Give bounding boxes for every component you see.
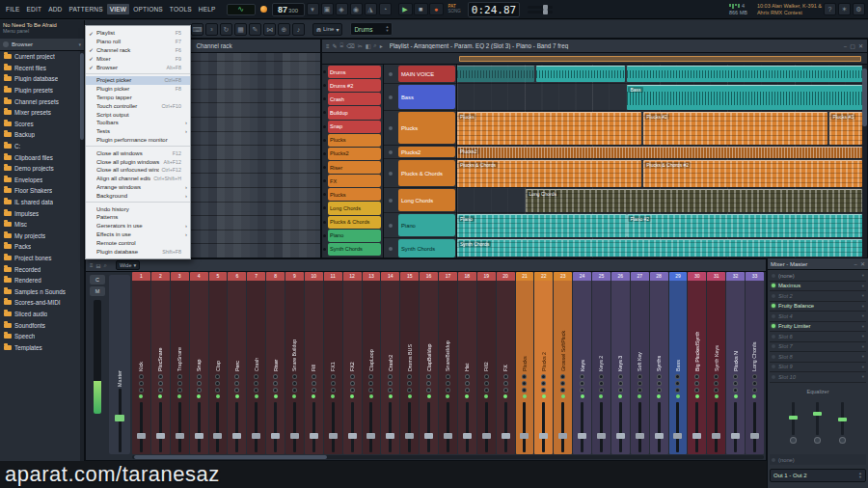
browser-folder-item[interactable]: Mixer presets — [0, 107, 80, 119]
mixer-strip-enable-led[interactable] — [676, 394, 680, 398]
playback-tool-icon[interactable]: ▸ — [380, 42, 383, 49]
export-icon[interactable]: ◈ — [336, 3, 348, 15]
minimize-icon[interactable]: − — [844, 43, 848, 49]
track-mute-icon[interactable] — [384, 65, 397, 83]
track-mute-icon[interactable] — [384, 238, 397, 258]
fx-slot-enable-led[interactable] — [772, 274, 775, 278]
playlist-clip[interactable]: Plucks2 — [457, 147, 862, 158]
fx-slot-dropdown-icon[interactable]: ▾ — [862, 365, 864, 369]
pattern-selector[interactable]: Drums ▲ ▼ — [350, 22, 393, 36]
overdub-icon[interactable]: ⊕ — [278, 23, 290, 36]
mixer-strip-enable-led[interactable] — [292, 394, 296, 398]
step-edit-icon[interactable]: ▦ — [234, 23, 247, 36]
fx-slot[interactable]: Slot 9 ▾ — [770, 363, 866, 373]
pattern-mute-led[interactable] — [323, 84, 326, 87]
fx-slot[interactable]: Fruity Balance ▾ — [770, 302, 866, 312]
track-header[interactable]: Bass — [384, 84, 456, 111]
fx-slot-enable-led[interactable] — [772, 365, 775, 368]
track-header[interactable]: Synth Chords — [384, 238, 456, 259]
playlist-clip[interactable]: Bass — [627, 85, 862, 110]
master-mixer-strip[interactable]: Master — [109, 275, 130, 454]
mixer-strip-enable-led[interactable] — [695, 394, 699, 398]
view-menu-item[interactable]: Script output — [86, 110, 190, 119]
mixer-strip-enable-led[interactable] — [177, 394, 181, 398]
mixer-strip[interactable]: 10 Fill — [305, 272, 323, 454]
browser-folder-item[interactable]: Packs — [0, 241, 80, 253]
view-menu-item[interactable]: ✓ Mixer F9 — [86, 54, 190, 63]
fx-slot-enable-led[interactable] — [772, 294, 775, 298]
pattern-mute-led[interactable] — [323, 234, 326, 237]
mixer-strip-fader[interactable] — [209, 400, 228, 454]
fx-slot-enable-led[interactable] — [772, 335, 775, 339]
view-menu-item[interactable]: Close all plugin windows Alt+F12 — [86, 157, 190, 166]
eq-band-slider[interactable] — [841, 402, 844, 435]
browser-folder-item[interactable]: Plugin database — [0, 73, 80, 85]
mixer-strip-fader[interactable] — [400, 400, 419, 454]
pattern-mute-led[interactable] — [323, 97, 326, 100]
pattern-mute-led[interactable] — [323, 70, 326, 73]
playlist-clip[interactable]: Plucks #2 — [643, 112, 827, 145]
mixer-strip-fader[interactable] — [688, 400, 706, 454]
track-mute-icon[interactable] — [384, 146, 397, 158]
fx-slot-enable-led[interactable] — [772, 355, 775, 359]
eq-freq-knob[interactable] — [814, 437, 821, 444]
mixer-strip-knobs[interactable] — [350, 371, 355, 394]
mixer-strip-fader[interactable] — [458, 400, 476, 454]
mixer-strip[interactable]: 28 Synths — [650, 272, 668, 454]
fx-slot-dropdown-icon[interactable]: ▾ — [862, 273, 864, 278]
view-menu-item[interactable]: Remote control — [86, 238, 190, 247]
multilink-icon[interactable]: ⋈ — [263, 23, 276, 36]
mixer-strip[interactable]: 14 Crash2 — [381, 272, 399, 454]
view-menu-item[interactable]: Plugin database Shift+F8 — [86, 247, 190, 256]
playlist-clip[interactable]: Plucks & Chords — [457, 160, 641, 187]
mixer-strip-knobs[interactable] — [541, 371, 546, 394]
browser-folder-item[interactable]: Recorded — [0, 263, 80, 275]
view-menu-item[interactable]: Close all windows F12 — [86, 149, 190, 157]
track-mute-icon[interactable] — [384, 213, 397, 237]
fx-slot[interactable]: Maximus ▾ — [770, 282, 866, 292]
track-header[interactable]: MAIN VOICE — [384, 65, 456, 84]
browser-folder-item[interactable]: Project bones — [0, 253, 80, 264]
fx-panel-header[interactable]: Mixer - Master − ✕ — [768, 258, 868, 270]
mixer-strip-knobs[interactable] — [752, 371, 757, 394]
fx-slot-dropdown-icon[interactable]: ▾ — [862, 374, 864, 379]
metronome-icon[interactable]: ◮ — [365, 3, 377, 15]
mixer-strip[interactable]: 25 Keys 2 — [592, 272, 610, 454]
fx-slot[interactable]: Slot 4 ▾ — [770, 312, 866, 322]
stepper-down-icon[interactable]: ▼ — [385, 29, 389, 33]
mixer-strip[interactable]: 9 Snare Buildup — [285, 272, 304, 454]
mixer-strip-fader[interactable] — [247, 400, 265, 454]
mixer-strip-knobs[interactable] — [158, 371, 163, 394]
pattern-chip[interactable]: FX — [323, 175, 381, 187]
mixer-strip-fader[interactable] — [650, 400, 668, 454]
browser-folder-item[interactable]: Templates — [0, 341, 80, 353]
browser-folder-item[interactable]: Speech — [0, 331, 80, 342]
playlist-menu-icon[interactable]: ≡ — [326, 43, 330, 49]
slice-tool-icon[interactable]: ✂ — [358, 42, 363, 49]
menubar-item[interactable]: HELP — [196, 4, 219, 14]
loop-record-icon[interactable]: ↻ — [220, 23, 232, 36]
typing-keyboard-icon[interactable]: ⌨ — [191, 23, 203, 36]
mixer-strip-knobs[interactable] — [657, 371, 662, 394]
menubar-item[interactable]: OPTIONS — [130, 4, 166, 14]
help-icon[interactable]: ? — [824, 3, 836, 15]
fx-slot[interactable]: Slot 2 ▾ — [770, 291, 866, 302]
mixer-strip-enable-led[interactable] — [561, 394, 565, 398]
mixer-strip[interactable]: 7 Crash — [247, 272, 265, 454]
pattern-chip[interactable]: Crash — [323, 93, 381, 105]
mixer-strip-knobs[interactable] — [714, 371, 719, 394]
playlist-clip[interactable]: Synth Chords — [457, 239, 862, 257]
mixer-strip-fader[interactable] — [534, 400, 553, 454]
browser-folder-item[interactable]: Current project — [0, 51, 80, 63]
browser-folder-item[interactable]: Rendered — [0, 275, 80, 286]
eq-freq-knob[interactable] — [790, 437, 797, 444]
fx-slot-dropdown-icon[interactable]: ▾ — [862, 344, 864, 349]
playlist-clip[interactable]: Piano — [457, 214, 627, 237]
mixer-strip-fader[interactable] — [497, 400, 515, 454]
paint-tool-icon[interactable]: ⌸ — [340, 42, 344, 49]
close-icon[interactable]: ✕ — [858, 42, 863, 49]
mixer-header[interactable]: ≡ ⊟ ⌕ Wide ▾ — [86, 259, 766, 272]
view-menu-item[interactable]: Piano roll F7 — [86, 38, 190, 46]
mixer-strip[interactable]: 3 TrapSnare — [171, 272, 189, 454]
menubar-item[interactable]: FILE — [3, 4, 23, 14]
